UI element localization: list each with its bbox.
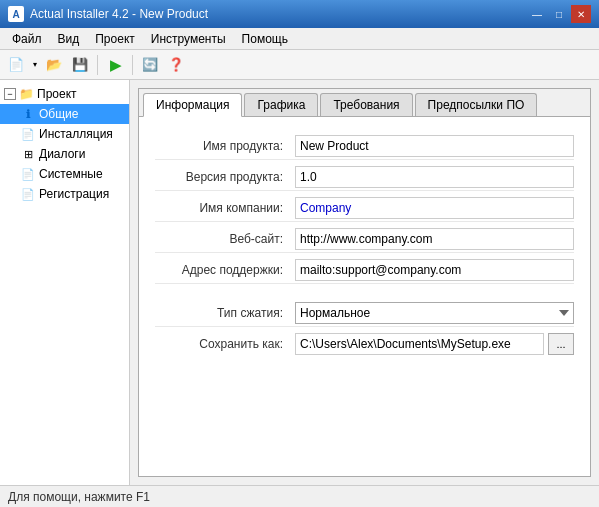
menu-tools[interactable]: Инструменты (143, 30, 234, 48)
toolbar-separator-1 (97, 55, 98, 75)
main-area: − 📁 Проект ℹ Общие 📄 Инсталляция ⊞ Диало… (0, 80, 599, 485)
status-bar: Для помощи, нажмите F1 (0, 485, 599, 507)
form-row-save-as: Сохранить как: ... (155, 331, 574, 357)
save-as-input-wrapper: ... (295, 333, 574, 355)
tab-prerequisites[interactable]: Предпосылки ПО (415, 93, 538, 116)
refresh-icon: 🔄 (142, 57, 158, 72)
sidebar-item-general-label: Общие (39, 107, 78, 121)
sidebar: − 📁 Проект ℹ Общие 📄 Инсталляция ⊞ Диало… (0, 80, 130, 485)
title-bar: A Actual Installer 4.2 - New Product — □… (0, 0, 599, 28)
maximize-button[interactable]: □ (549, 5, 569, 23)
menu-bar: Файл Вид Проект Инструменты Помощь (0, 28, 599, 50)
system-icon: 📄 (20, 166, 36, 182)
input-support[interactable] (295, 259, 574, 281)
input-save-as[interactable] (295, 333, 544, 355)
install-icon: 📄 (20, 126, 36, 142)
window-controls: — □ ✕ (527, 5, 591, 23)
label-compression: Тип сжатия: (155, 306, 295, 320)
input-product-name[interactable] (295, 135, 574, 157)
tab-requirements[interactable]: Требования (320, 93, 412, 116)
label-company-name: Имя компании: (155, 201, 295, 215)
label-product-version: Версия продукта: (155, 170, 295, 184)
menu-view[interactable]: Вид (50, 30, 88, 48)
toolbar-refresh-button[interactable]: 🔄 (138, 53, 162, 77)
sidebar-item-dialogs[interactable]: ⊞ Диалоги (0, 144, 129, 164)
value-support (295, 259, 574, 281)
app-icon: A (8, 6, 24, 22)
compression-dropdown-wrapper: Нормальное Максимальное Быстрое Без сжат… (295, 302, 574, 324)
form-row-support: Адрес поддержки: (155, 257, 574, 284)
sidebar-item-dialogs-label: Диалоги (39, 147, 85, 161)
sidebar-item-install[interactable]: 📄 Инсталляция (0, 124, 129, 144)
open-icon: 📂 (46, 57, 62, 72)
tab-info[interactable]: Информация (143, 93, 242, 117)
toolbar-new-dropdown[interactable]: ▾ (30, 53, 40, 77)
toolbar: 📄 ▾ 📂 💾 ▶ 🔄 ❓ (0, 50, 599, 80)
content-area: Информация Графика Требования Предпосылк… (130, 80, 599, 485)
register-icon: 📄 (20, 186, 36, 202)
menu-project[interactable]: Проект (87, 30, 143, 48)
tab-content-info: Имя продукта: Версия продукта: Имя компа… (139, 117, 590, 476)
window-title: Actual Installer 4.2 - New Product (30, 7, 208, 21)
form-row-website: Веб-сайт: (155, 226, 574, 253)
label-save-as: Сохранить как: (155, 337, 295, 351)
input-product-version[interactable] (295, 166, 574, 188)
minimize-button[interactable]: — (527, 5, 547, 23)
form-row-compression: Тип сжатия: Нормальное Максимальное Быст… (155, 300, 574, 327)
tree-expand-project[interactable]: − (4, 88, 16, 100)
tab-graphics[interactable]: Графика (244, 93, 318, 116)
new-icon: 📄 (8, 57, 24, 72)
value-website (295, 228, 574, 250)
status-text: Для помощи, нажмите F1 (8, 490, 150, 504)
label-website: Веб-сайт: (155, 232, 295, 246)
sidebar-item-register[interactable]: 📄 Регистрация (0, 184, 129, 204)
value-product-name (295, 135, 574, 157)
tab-panel: Информация Графика Требования Предпосылк… (138, 88, 591, 477)
form-row-company-name: Имя компании: (155, 195, 574, 222)
toolbar-run-button[interactable]: ▶ (103, 53, 127, 77)
sidebar-item-register-label: Регистрация (39, 187, 109, 201)
input-company-name[interactable] (295, 197, 574, 219)
menu-help[interactable]: Помощь (234, 30, 296, 48)
sidebar-item-system[interactable]: 📄 Системные (0, 164, 129, 184)
browse-button[interactable]: ... (548, 333, 574, 355)
compression-select[interactable]: Нормальное Максимальное Быстрое Без сжат… (295, 302, 574, 324)
form-spacer (155, 288, 574, 300)
dialogs-icon: ⊞ (20, 146, 36, 162)
toolbar-new-button[interactable]: 📄 (4, 53, 28, 77)
menu-file[interactable]: Файл (4, 30, 50, 48)
close-button[interactable]: ✕ (571, 5, 591, 23)
toolbar-help-button[interactable]: ❓ (164, 53, 188, 77)
label-product-name: Имя продукта: (155, 139, 295, 153)
save-icon: 💾 (72, 57, 88, 72)
sidebar-item-project[interactable]: − 📁 Проект (0, 84, 129, 104)
toolbar-open-button[interactable]: 📂 (42, 53, 66, 77)
run-icon: ▶ (110, 57, 121, 73)
tabs: Информация Графика Требования Предпосылк… (139, 89, 590, 117)
help-icon: ❓ (168, 57, 184, 72)
toolbar-separator-2 (132, 55, 133, 75)
project-icon: 📁 (18, 86, 34, 102)
sidebar-item-system-label: Системные (39, 167, 103, 181)
sidebar-item-install-label: Инсталляция (39, 127, 113, 141)
sidebar-item-general[interactable]: ℹ Общие (0, 104, 129, 124)
label-support: Адрес поддержки: (155, 263, 295, 277)
form-row-product-version: Версия продукта: (155, 164, 574, 191)
form-row-product-name: Имя продукта: (155, 133, 574, 160)
input-website[interactable] (295, 228, 574, 250)
value-company-name (295, 197, 574, 219)
value-product-version (295, 166, 574, 188)
general-icon: ℹ (20, 106, 36, 122)
sidebar-item-project-label: Проект (37, 87, 77, 101)
toolbar-save-button[interactable]: 💾 (68, 53, 92, 77)
